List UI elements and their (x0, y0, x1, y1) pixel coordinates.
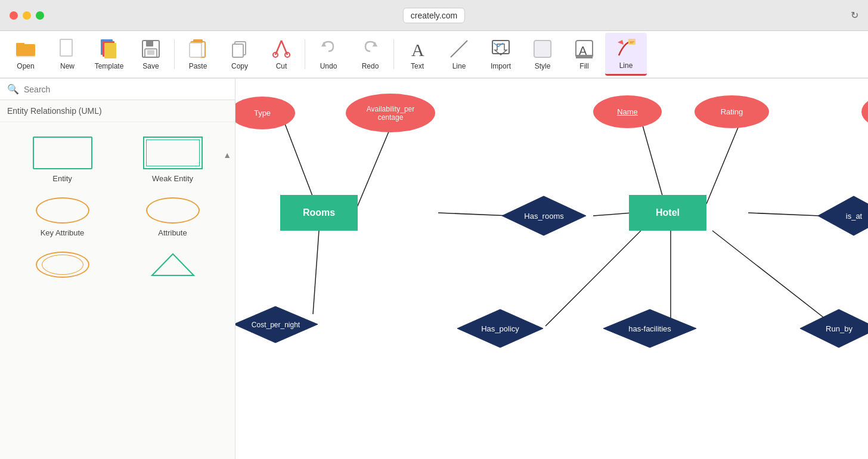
template-icon (98, 38, 120, 60)
search-bar: 🔍 (0, 79, 235, 100)
er-has-facilities-label: has-facilities (628, 324, 671, 333)
line-active-icon (615, 38, 637, 59)
maximize-button[interactable] (36, 11, 44, 20)
er-availability-attr[interactable]: Availability_percentage (346, 94, 435, 132)
open-button[interactable]: Open (5, 33, 46, 76)
multivalued-shape (36, 252, 89, 278)
er-is-at-rel[interactable]: is_at (817, 195, 868, 237)
svg-rect-8 (104, 43, 116, 58)
er-cost-label: Cost_per_night (252, 321, 300, 329)
er-availability-label: Availability_percentage (367, 105, 415, 122)
redo-label: Redo (362, 62, 379, 70)
undo-label: Undo (320, 62, 337, 70)
style-button[interactable]: Style (522, 33, 563, 76)
er-run-by-rel[interactable]: Run_by (799, 308, 868, 349)
new-label: New (60, 62, 75, 70)
cut-label: Cut (276, 62, 287, 70)
attribute-shape (146, 197, 200, 224)
paste-icon (187, 38, 209, 60)
import-button[interactable]: Import (480, 33, 522, 76)
er-has-policy-rel[interactable]: Has_policy (456, 308, 544, 349)
shape-multivalued-item[interactable] (10, 247, 115, 287)
minimize-button[interactable] (23, 11, 31, 20)
er-has-rooms-rel[interactable]: Has_rooms (501, 195, 587, 237)
er-type-attr[interactable]: Type (235, 97, 295, 129)
copy-button[interactable]: Copy (219, 33, 261, 76)
er-name-label: Name (617, 107, 638, 116)
divider-1 (174, 39, 175, 69)
svg-rect-3 (60, 39, 72, 56)
svg-rect-10 (146, 41, 153, 46)
derived-shape (146, 252, 200, 278)
er-type-label: Type (254, 108, 271, 117)
sidebar-category: Entity Relationship (UML) (0, 100, 235, 122)
cut-button[interactable]: Cut (261, 33, 302, 76)
svg-rect-15 (193, 39, 203, 43)
paste-button[interactable]: Paste (177, 33, 219, 76)
weak-entity-shape (143, 137, 203, 169)
shape-weak-entity-item[interactable]: Weak Entity (120, 132, 225, 188)
er-rating-attr[interactable]: Rating (695, 95, 769, 128)
template-label: Template (95, 62, 124, 70)
undo-icon (318, 38, 339, 60)
main-layout: 🔍 Entity Relationship (UML) ▲ Entity Wea… (0, 79, 868, 459)
shapes-grid: Entity Weak Entity Key Attribute Attribu… (0, 122, 235, 297)
svg-line-45 (748, 213, 820, 216)
cut-icon (271, 38, 292, 60)
traffic-lights (10, 11, 44, 20)
search-input[interactable] (24, 85, 228, 94)
svg-line-42 (593, 213, 632, 216)
line-icon (448, 38, 470, 60)
fill-button[interactable]: A Fill (563, 33, 605, 76)
er-status-attr[interactable]: St... (861, 95, 868, 128)
save-button[interactable]: Save (130, 33, 172, 76)
er-lines (235, 79, 868, 459)
line-active-button[interactable]: Line (605, 33, 647, 76)
scroll-up-arrow[interactable]: ▲ (223, 150, 231, 160)
refresh-button[interactable]: ↻ (851, 10, 858, 21)
close-button[interactable] (10, 11, 18, 20)
copy-icon (229, 38, 250, 60)
import-label: Import (491, 62, 511, 70)
shape-key-attribute-item[interactable]: Key Attribute (10, 193, 115, 242)
er-rooms-entity[interactable]: Rooms (280, 195, 358, 231)
sidebar: 🔍 Entity Relationship (UML) ▲ Entity Wea… (0, 79, 235, 459)
divider-2 (305, 39, 305, 69)
divider-3 (393, 39, 394, 69)
er-is-at-label: is_at (846, 212, 862, 221)
text-label: Text (411, 62, 424, 70)
key-attribute-label: Key Attribute (41, 228, 85, 237)
paste-label: Paste (189, 62, 207, 70)
line-button[interactable]: Line (438, 33, 480, 76)
fill-icon: A (574, 38, 595, 60)
open-label: Open (17, 62, 34, 70)
er-hotel-entity[interactable]: Hotel (629, 195, 706, 231)
template-button[interactable]: Template (88, 33, 130, 76)
import-icon (490, 38, 512, 60)
er-cost-attr[interactable]: Cost_per_night (235, 305, 319, 344)
shape-entity-item[interactable]: Entity (10, 132, 115, 188)
er-name-attr[interactable]: Name (593, 95, 662, 128)
url-bar[interactable]: creately.com (403, 8, 465, 23)
new-button[interactable]: New (46, 33, 88, 76)
line-label: Line (452, 62, 466, 70)
er-rooms-label: Rooms (303, 207, 335, 218)
redo-icon (359, 38, 381, 60)
er-has-policy-label: Has_policy (481, 324, 519, 333)
er-has-facilities-rel[interactable]: has-facilities (602, 308, 698, 349)
redo-button[interactable]: Redo (349, 33, 391, 76)
svg-line-44 (706, 117, 742, 204)
fill-label: Fill (579, 62, 588, 70)
er-run-by-label: Run_by (826, 324, 852, 333)
svg-line-40 (355, 120, 393, 213)
canvas[interactable]: Type Availability_percentage Name Rating… (235, 79, 868, 459)
shape-attribute-item[interactable]: Attribute (120, 193, 225, 242)
undo-button[interactable]: Undo (308, 33, 349, 76)
svg-rect-19 (232, 44, 243, 57)
svg-rect-34 (576, 55, 593, 58)
entity-label: Entity (52, 174, 72, 183)
text-button[interactable]: A Text (396, 33, 438, 76)
shape-derived-item[interactable] (120, 247, 225, 287)
style-icon (532, 38, 553, 60)
text-icon: A (407, 38, 428, 60)
